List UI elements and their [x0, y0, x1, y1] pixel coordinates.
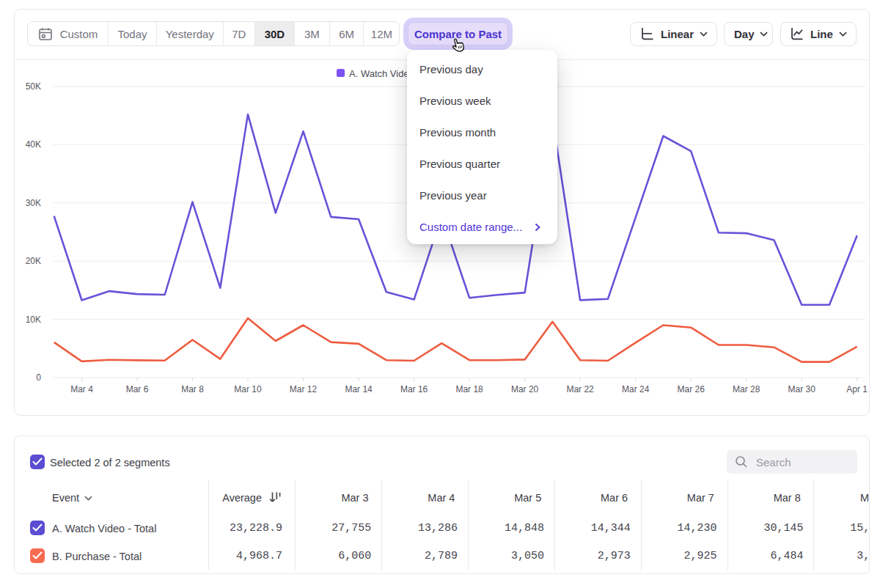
svg-text:Mar 8: Mar 8 [181, 384, 204, 394]
svg-text:Mar 28: Mar 28 [733, 384, 760, 394]
svg-text:Mar 12: Mar 12 [290, 384, 318, 394]
svg-text:Mar 14: Mar 14 [345, 384, 373, 394]
svg-text:Mar 6: Mar 6 [126, 384, 149, 394]
svg-text:Apr 1: Apr 1 [846, 384, 868, 394]
svg-text:50K: 50K [26, 81, 41, 92]
svg-text:40K: 40K [26, 139, 41, 150]
svg-text:Mar 26: Mar 26 [678, 384, 705, 394]
svg-text:10K: 10K [26, 315, 41, 325]
svg-text:30K: 30K [26, 198, 41, 208]
svg-text:Mar 30: Mar 30 [788, 384, 816, 394]
svg-text:20K: 20K [26, 256, 41, 266]
svg-text:Mar 16: Mar 16 [400, 384, 428, 394]
svg-text:Mar 18: Mar 18 [455, 384, 483, 394]
svg-text:Mar 20: Mar 20 [511, 384, 539, 394]
svg-text:Mar 24: Mar 24 [622, 384, 650, 394]
svg-text:Mar 10: Mar 10 [234, 384, 262, 394]
svg-text:0: 0 [36, 372, 41, 383]
svg-text:Mar 22: Mar 22 [566, 384, 594, 394]
svg-text:Mar 4: Mar 4 [70, 384, 93, 394]
